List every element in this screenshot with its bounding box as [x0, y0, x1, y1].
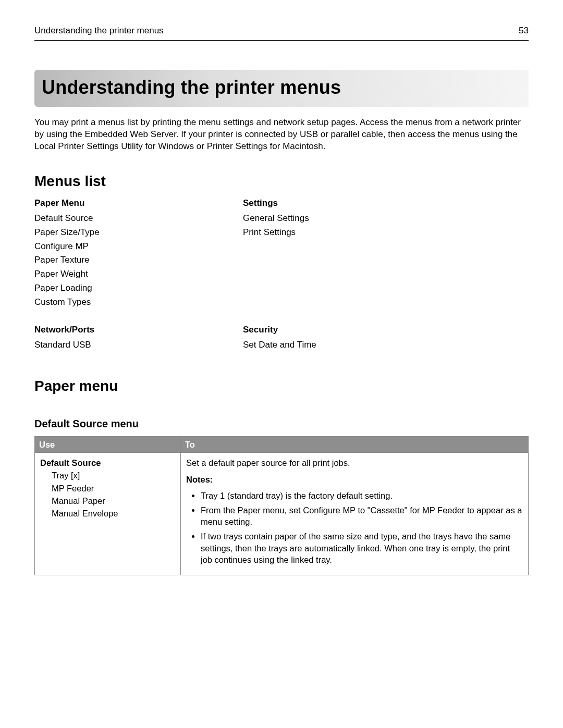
network-ports-heading: Network/Ports: [34, 324, 243, 336]
option-list: Tray [x] MP Feeder Manual Paper Manual E…: [52, 470, 175, 519]
list-item: MP Feeder: [52, 483, 175, 494]
list-item: Configure MP: [34, 241, 243, 253]
page-number: 53: [519, 25, 529, 37]
list-item: Paper Loading: [34, 282, 243, 294]
list-item: Paper Weight: [34, 268, 243, 280]
notes-list: Tray 1 (standard tray) is the factory de…: [186, 490, 523, 566]
settings-items: General Settings Print Settings: [243, 213, 529, 239]
settings-column: Settings General Settings Print Settings: [243, 198, 529, 311]
to-cell: Set a default paper source for all print…: [181, 453, 529, 575]
document-page: Understanding the printer menus 53 Under…: [0, 0, 563, 575]
list-item: If two trays contain paper of the same s…: [201, 530, 523, 565]
network-ports-items: Standard USB: [34, 339, 243, 351]
list-item: Standard USB: [34, 339, 243, 351]
list-item: Custom Types: [34, 297, 243, 309]
security-items: Set Date and Time: [243, 339, 529, 351]
menus-list-row-1: Paper Menu Default Source Paper Size/Typ…: [34, 198, 529, 311]
table-row: Default Source Tray [x] MP Feeder Manual…: [35, 453, 529, 575]
default-source-table: Use To Default Source Tray [x] MP Feeder…: [34, 436, 529, 575]
paper-menu-section: Paper menu Default Source menu Use To De…: [34, 376, 529, 575]
list-item: Paper Size/Type: [34, 227, 243, 239]
table-header-row: Use To: [35, 436, 529, 452]
default-source-heading: Default Source menu: [34, 417, 529, 431]
menus-list-heading: Menus list: [34, 171, 529, 191]
list-item: Default Source: [34, 213, 243, 225]
list-item: Set Date and Time: [243, 339, 529, 351]
option-title: Default Source: [40, 457, 175, 468]
notes-label: Notes:: [186, 474, 523, 485]
th-use: Use: [35, 436, 181, 452]
running-header: Understanding the printer menus 53: [34, 25, 529, 41]
list-item: Print Settings: [243, 227, 529, 239]
th-to: To: [181, 436, 529, 452]
security-heading: Security: [243, 324, 529, 336]
list-item: Paper Texture: [34, 254, 243, 266]
paper-menu-column: Paper Menu Default Source Paper Size/Typ…: [34, 198, 243, 311]
list-item: Tray [x]: [52, 470, 175, 481]
list-item: Manual Envelope: [52, 508, 175, 519]
paper-menu-items: Default Source Paper Size/Type Configure…: [34, 213, 243, 309]
list-item: General Settings: [243, 213, 529, 225]
running-header-title: Understanding the printer menus: [34, 25, 164, 37]
paper-menu-heading: Paper Menu: [34, 198, 243, 209]
list-item: From the Paper menu, set Configure MP to…: [201, 504, 523, 528]
intro-text: You may print a menus list by printing t…: [34, 116, 529, 153]
list-item: Tray 1 (standard tray) is the factory de…: [201, 490, 523, 501]
network-ports-column: Network/Ports Standard USB: [34, 324, 243, 353]
list-item: Manual Paper: [52, 495, 175, 507]
page-title: Understanding the printer menus: [34, 70, 529, 107]
settings-heading: Settings: [243, 198, 529, 209]
menus-list-row-2: Network/Ports Standard USB Security Set …: [34, 324, 529, 353]
description-text: Set a default paper source for all print…: [186, 457, 523, 468]
use-cell: Default Source Tray [x] MP Feeder Manual…: [35, 453, 181, 575]
security-column: Security Set Date and Time: [243, 324, 529, 353]
paper-menu-heading: Paper menu: [34, 376, 529, 396]
